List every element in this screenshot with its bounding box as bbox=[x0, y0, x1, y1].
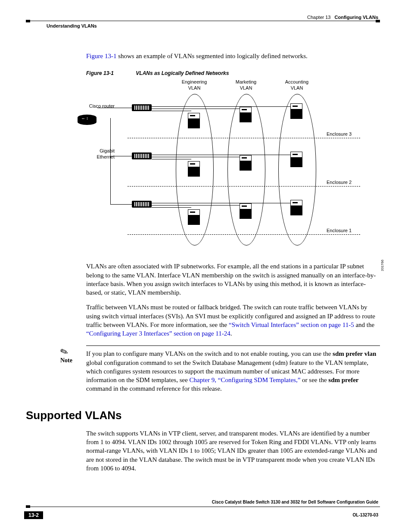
enclosure-divider bbox=[128, 234, 360, 235]
link-line bbox=[110, 156, 111, 204]
link-line bbox=[152, 106, 295, 107]
link-line bbox=[110, 204, 132, 205]
enclosure-divider bbox=[128, 138, 360, 138]
link-line bbox=[97, 108, 132, 108]
svi-link[interactable]: “Switch Virtual Interfaces” section on p… bbox=[229, 321, 354, 328]
cmd-sdm-prefer-vlan: sdm prefer vlan bbox=[333, 350, 376, 357]
link-line bbox=[152, 111, 191, 111]
intro-paragraph: Figure 13-1 shows an example of VLANs se… bbox=[86, 52, 380, 60]
paragraph-supported: The switch supports VLANs in VTP client,… bbox=[86, 429, 380, 473]
footer-title: Cisco Catalyst Blade Switch 3130 and 303… bbox=[212, 500, 378, 504]
link-line bbox=[152, 155, 295, 155]
chapter-title: Configuring VLANs bbox=[335, 15, 378, 20]
router-icon: ↔↕ bbox=[78, 110, 97, 124]
link-line bbox=[152, 159, 191, 159]
label-enclosure-3: Enclosure 3 bbox=[327, 131, 352, 137]
link-line bbox=[152, 203, 295, 203]
note-text: If you plan to configure many VLANs on t… bbox=[86, 350, 333, 357]
label-enclosure-2: Enclosure 2 bbox=[327, 179, 352, 186]
server-icon bbox=[240, 203, 252, 219]
page: Chapter 13 Configuring VLANs Understandi… bbox=[0, 0, 411, 532]
link-line bbox=[152, 207, 191, 208]
header-rule bbox=[27, 21, 380, 21]
server-icon bbox=[188, 161, 200, 177]
footer-rule bbox=[27, 507, 380, 507]
switch-icon bbox=[132, 152, 152, 159]
paragraph-routing: Traffic between VLANs must be routed or … bbox=[86, 303, 380, 338]
l3-link[interactable]: “Configuring Layer 3 Interfaces” section… bbox=[86, 330, 230, 337]
header-left: Understanding VLANs bbox=[47, 23, 97, 28]
link-line bbox=[152, 205, 243, 205]
footer-doc-id: OL-13270-03 bbox=[353, 513, 378, 517]
server-icon bbox=[240, 155, 252, 171]
chapter-prefix: Chapter 13 bbox=[307, 15, 330, 20]
content: Figure 13-1 shows an example of VLANs se… bbox=[86, 52, 380, 473]
server-icon bbox=[290, 200, 302, 215]
figure-diagram: EngineeringVLAN MarketingVLAN Accounting… bbox=[84, 79, 377, 256]
figure-id: Figure 13-1 bbox=[86, 70, 134, 77]
server-icon bbox=[240, 107, 252, 122]
paragraph-subnetworks: VLANs are often associated with IP subne… bbox=[86, 262, 380, 297]
footer-page-number: 13-2 bbox=[24, 511, 43, 519]
header-bar-right bbox=[376, 20, 380, 22]
server-icon bbox=[290, 152, 302, 167]
server-icon bbox=[188, 113, 200, 128]
label-enclosure-1: Enclosure 1 bbox=[327, 227, 352, 234]
text: and the bbox=[354, 321, 374, 328]
note-label: Note bbox=[60, 357, 72, 365]
cmd-sdm-prefer: sdm prefer bbox=[328, 376, 358, 383]
header-bar-left bbox=[26, 20, 30, 22]
link-line bbox=[152, 157, 243, 157]
label-cisco-router: Cisco router bbox=[80, 103, 115, 109]
server-icon bbox=[188, 209, 200, 225]
link-line bbox=[110, 118, 111, 156]
heading-supported-vlans: Supported VLANs bbox=[26, 408, 380, 423]
label-engineering: EngineeringVLAN bbox=[175, 79, 214, 90]
link-line bbox=[110, 156, 132, 156]
link-line bbox=[152, 109, 243, 109]
note-rule bbox=[86, 345, 380, 346]
figure-ref-link[interactable]: Figure 13-1 bbox=[86, 53, 116, 59]
figure-caption: Figure 13-1 VLANs as Logically Defined N… bbox=[86, 70, 380, 77]
switch-icon bbox=[132, 104, 152, 111]
label-gigabit-ethernet: GigabitEthernet bbox=[80, 148, 115, 159]
enclosure-divider bbox=[128, 186, 360, 187]
switch-icon bbox=[132, 201, 152, 208]
footer-bar bbox=[26, 505, 30, 508]
note-text: or see the bbox=[300, 376, 328, 383]
text: . bbox=[230, 330, 232, 337]
sdm-chapter-link[interactable]: Chapter 9, “Configuring SDM Templates,” bbox=[190, 376, 301, 383]
image-number: 201766 bbox=[380, 259, 385, 271]
intro-text: shows an example of VLANs segmented into… bbox=[116, 53, 307, 59]
note-block: ✎ Note If you plan to configure many VLA… bbox=[60, 345, 380, 393]
server-icon bbox=[290, 103, 302, 119]
label-accounting: AccountingVLAN bbox=[277, 79, 316, 90]
figure-title: VLANs as Logically Defined Networks bbox=[136, 70, 229, 76]
note-text: command in the command reference for thi… bbox=[86, 385, 222, 392]
label-marketing: MarketingVLAN bbox=[227, 79, 265, 90]
header-right: Chapter 13 Configuring VLANs bbox=[307, 15, 378, 20]
